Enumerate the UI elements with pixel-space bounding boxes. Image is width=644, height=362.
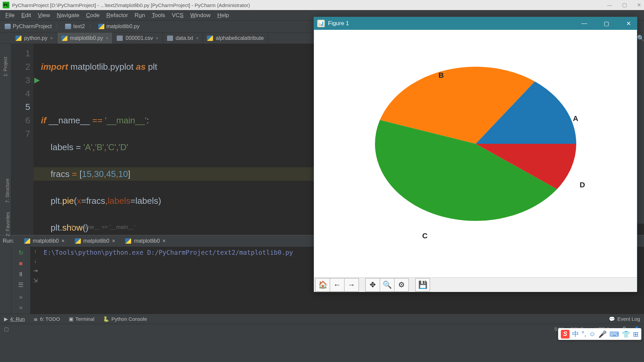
breadcrumb-folder[interactable]: text2	[63, 23, 87, 30]
pycharm-icon: PC	[3, 2, 9, 8]
pie-label-A: A	[573, 114, 578, 123]
close-icon[interactable]: ×	[106, 36, 108, 41]
python-file-icon	[207, 36, 213, 41]
figure-titlebar[interactable]: 📊 Figure 1 ― ▢ ✕	[314, 17, 637, 30]
step-button[interactable]: »	[19, 304, 22, 311]
step-button[interactable]: »	[19, 294, 22, 301]
figure-maximize-button[interactable]: ▢	[601, 20, 611, 27]
close-button[interactable]: ✕	[637, 2, 641, 8]
sogou-icon[interactable]: S	[561, 330, 570, 339]
run-toolbar: ↻ ■ ⏸ ☰ » »	[11, 247, 30, 314]
menu-vcs[interactable]: VCS	[169, 11, 186, 20]
python-file-icon	[61, 36, 67, 41]
toolwin-python-console[interactable]: 🐍 Python Console	[103, 316, 147, 322]
toolwin-run[interactable]: ▶ 4: Run	[4, 316, 25, 322]
menu-edit[interactable]: Edit	[18, 11, 34, 20]
save-button[interactable]: 💾	[415, 278, 430, 292]
rerun-button[interactable]: ↻	[17, 249, 25, 257]
toolwin-eventlog[interactable]: 💬 Event Log	[609, 316, 640, 322]
minimize-button[interactable]: ―	[607, 2, 612, 8]
toolwindow-favorites[interactable]: 2: Favorites	[5, 212, 10, 236]
figure-close-button[interactable]: ✕	[624, 20, 634, 27]
menu-refactor[interactable]: Refactor	[104, 11, 130, 20]
csv-file-icon	[117, 36, 123, 41]
layout-button[interactable]: ☰	[17, 281, 25, 289]
pie-label-B: B	[438, 71, 444, 80]
tab-data-txt[interactable]: data.txt×	[163, 33, 203, 44]
python-file-icon	[98, 24, 104, 29]
run-label: Run:	[3, 238, 14, 244]
left-toolwindow-bar: 1: Project 7: Structure 2: Favorites	[0, 44, 11, 235]
tab-alphabeticalattribute[interactable]: alphabeticalattribute	[203, 33, 268, 44]
window-titlebar: PC PyCharmProject [D:\PyCharmProject] - …	[0, 0, 644, 10]
breadcrumb-project[interactable]: PyCharmProject	[3, 23, 54, 30]
forward-button[interactable]: →	[344, 278, 359, 292]
back-button[interactable]: ←	[330, 278, 344, 292]
pie-label-D: D	[580, 181, 585, 189]
ime-mic-icon[interactable]: 🎤	[598, 330, 607, 338]
pause-button[interactable]: ⏸	[17, 270, 25, 278]
home-button[interactable]: 🏠	[315, 278, 330, 292]
ime-keyboard-icon[interactable]: ⌨	[609, 330, 619, 338]
ime-punct-icon[interactable]: °,	[582, 330, 586, 338]
export-icon[interactable]: ⇲	[33, 277, 38, 284]
pan-button[interactable]: ✥	[365, 278, 380, 292]
status-icon[interactable]: ▢	[4, 326, 9, 332]
menu-file[interactable]: File	[3, 11, 17, 20]
close-icon[interactable]: ×	[156, 36, 158, 41]
toolwin-todo[interactable]: ≣ 6: TODO	[34, 316, 60, 322]
text-file-icon	[167, 36, 173, 41]
menu-run[interactable]: Run	[132, 11, 148, 20]
tab-000001-csv[interactable]: 000001.csv×	[113, 33, 163, 44]
matplotlib-icon: 📊	[317, 20, 325, 27]
menu-tools[interactable]: Tools	[149, 11, 168, 20]
maximize-button[interactable]: ▢	[622, 2, 627, 8]
matplotlib-figure-window[interactable]: 📊 Figure 1 ― ▢ ✕ ABCD 🏠 ← → ✥ 🔍 ⚙ 💾	[314, 17, 637, 292]
toolwindow-project[interactable]: 1: Project	[3, 57, 8, 76]
status-bar: ▢ 5:26 CRLF ≑ UTF-8 ≑ 🔒 👤	[0, 324, 644, 334]
menu-window[interactable]: Window	[187, 11, 213, 20]
menu-help[interactable]: Help	[215, 11, 232, 20]
ime-tray[interactable]: S 中 °, ☺ 🎤 ⌨ 👕 ⊞	[558, 328, 641, 340]
menu-view[interactable]: View	[35, 11, 53, 20]
right-toolwindow-bar: 🔍	[637, 33, 644, 224]
zoom-button[interactable]: 🔍	[380, 278, 394, 292]
figure-minimize-button[interactable]: ―	[579, 20, 589, 27]
ime-skin-icon[interactable]: 👕	[622, 330, 630, 338]
toolwin-terminal[interactable]: ▣ Terminal	[69, 316, 95, 322]
search-icon[interactable]: 🔍	[637, 33, 644, 42]
figure-canvas: ABCD	[314, 30, 637, 277]
ime-toolbox-icon[interactable]: ⊞	[633, 330, 639, 338]
pie-chart	[355, 30, 596, 248]
toolwindow-structure[interactable]: 7: Structure	[5, 179, 10, 203]
breadcrumb-file[interactable]: matplotlib0.py	[96, 23, 142, 30]
menu-navigate[interactable]: Navigate	[54, 11, 82, 20]
context-breadcrumb: if __name__ == '__main__'	[70, 220, 135, 235]
configure-button[interactable]: ⚙	[394, 278, 409, 292]
menu-code[interactable]: Code	[83, 11, 102, 20]
close-icon[interactable]: ×	[196, 36, 199, 41]
ime-lang-icon[interactable]: 中	[572, 329, 579, 339]
bottom-toolwindow-bar: ▶ 4: Run ≣ 6: TODO ▣ Terminal 🐍 Python C…	[0, 314, 644, 324]
tab-python-py[interactable]: python.py×	[11, 33, 57, 44]
close-icon[interactable]: ×	[50, 36, 53, 41]
folder-icon	[5, 24, 11, 29]
pie-label-C: C	[422, 232, 428, 240]
window-title: PyCharmProject [D:\PyCharmProject] - ...…	[12, 2, 250, 8]
stop-button[interactable]: ■	[17, 259, 25, 267]
tab-matplotlib0-py[interactable]: matplotlib0.py×	[57, 33, 113, 44]
figure-toolbar: 🏠 ← → ✥ 🔍 ⚙ 💾	[314, 277, 637, 292]
figure-title: Figure 1	[328, 20, 349, 27]
python-file-icon	[15, 36, 21, 41]
folder-icon	[65, 24, 71, 29]
line-numbers: 1234567	[11, 44, 34, 235]
ime-emoji-icon[interactable]: ☺	[589, 330, 596, 338]
python-file-icon	[24, 238, 30, 244]
